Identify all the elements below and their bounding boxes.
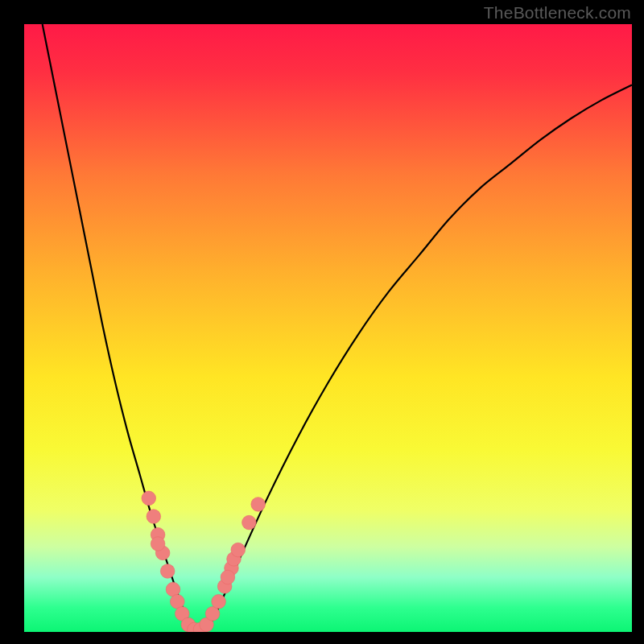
anomaly-marker: [151, 537, 165, 551]
bottleneck-curve: [43, 24, 632, 631]
plot-area: [24, 24, 632, 632]
anomaly-marker: [231, 543, 246, 557]
curve-layer: [24, 24, 632, 632]
chart-frame: TheBottleneck.com: [0, 0, 644, 644]
watermark-text: TheBottleneck.com: [484, 3, 631, 23]
anomaly-markers: [142, 491, 266, 632]
anomaly-marker: [221, 570, 235, 584]
anomaly-marker: [160, 564, 175, 579]
anomaly-marker: [147, 510, 161, 524]
anomaly-marker: [251, 497, 266, 512]
anomaly-marker: [142, 491, 156, 506]
anomaly-marker: [242, 515, 257, 530]
anomaly-marker: [212, 594, 226, 609]
